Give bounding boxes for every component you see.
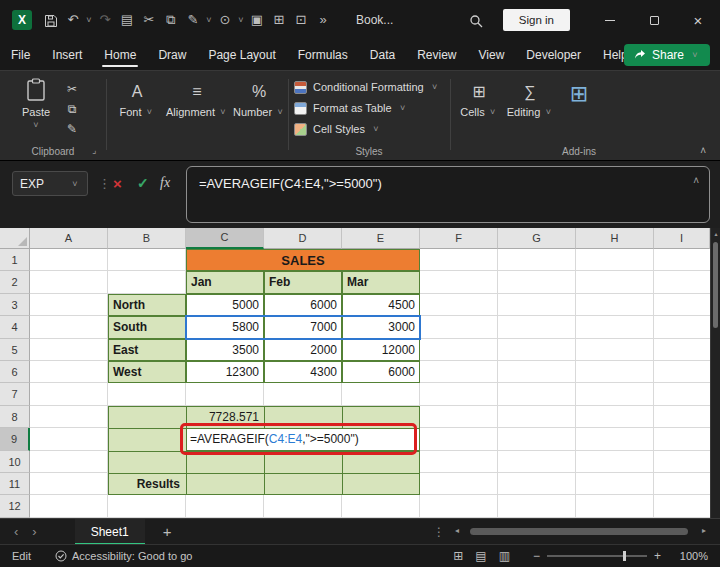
tab-view[interactable]: View (477, 40, 507, 70)
undo-icon[interactable]: ↶ (62, 0, 84, 40)
paste-chevron-icon[interactable]: ˅ (31, 120, 41, 130)
cell-e4[interactable]: 3000 (342, 316, 420, 338)
collapse-ribbon-icon[interactable]: ˄ (700, 145, 706, 156)
close-button[interactable]: × (676, 0, 720, 40)
tab-review[interactable]: Review (415, 40, 458, 70)
tab-insert[interactable]: Insert (50, 40, 84, 70)
row-header-12[interactable]: 12 (0, 495, 30, 517)
font-group-button[interactable]: A Font˅ (112, 83, 162, 118)
new-sheet-button[interactable]: + (163, 523, 172, 540)
insert-function-button[interactable]: fx (160, 175, 170, 191)
row-header-5[interactable]: 5 (0, 339, 30, 361)
cell-styles-button[interactable]: Cell Styles ˅ (294, 121, 440, 137)
cell-b3-north[interactable]: North (108, 294, 186, 316)
maximize-button[interactable] (632, 0, 676, 40)
spreadsheet[interactable]: A B C D E F G H I 1 2 3 4 5 6 7 8 9 10 1… (0, 228, 710, 518)
cell-e5[interactable]: 12000 (342, 339, 420, 361)
column-header-b[interactable]: B (108, 228, 186, 249)
cell-b4-south[interactable]: South (108, 316, 186, 338)
alignment-group-button[interactable]: ≡ Alignment˅ (164, 83, 230, 118)
tabbar-overflow-icon[interactable]: ⋮ (433, 525, 445, 539)
cell-e2-mar[interactable]: Mar (342, 271, 420, 293)
cancel-button[interactable]: × (113, 175, 122, 192)
select-all-corner[interactable] (0, 228, 30, 249)
copy-button[interactable]: ⧉ (68, 102, 77, 116)
cell-b11-results-label[interactable]: Results (108, 473, 186, 495)
formula-bar-collapse-icon[interactable]: ˄ (693, 175, 699, 186)
cell-e6[interactable]: 6000 (342, 361, 420, 383)
column-header-i[interactable]: I (654, 228, 710, 249)
tab-draw[interactable]: Draw (156, 40, 188, 70)
cell-d4[interactable]: 7000 (264, 316, 342, 338)
table-icon[interactable]: ⊞ (268, 0, 290, 40)
share-chevron-icon[interactable]: ˅ (690, 50, 700, 60)
sheet-nav-left-icon[interactable]: ‹ (14, 524, 18, 539)
cell-e3[interactable]: 4500 (342, 294, 420, 316)
cell-d6[interactable]: 4300 (264, 361, 342, 383)
tab-page-layout[interactable]: Page Layout (206, 40, 277, 70)
column-header-e[interactable]: E (342, 228, 420, 249)
vertical-scrollbar[interactable]: ▴ (710, 228, 720, 518)
column-header-g[interactable]: G (498, 228, 576, 249)
copy-icon[interactable]: ⧉ (160, 0, 182, 40)
row-header-10[interactable]: 10 (0, 451, 30, 473)
camera-icon[interactable]: ⊡ (290, 0, 312, 40)
page-layout-view-icon[interactable]: ▤ (475, 549, 486, 563)
row-header-2[interactable]: 2 (0, 271, 30, 293)
column-header-a[interactable]: A (30, 228, 108, 249)
page-break-view-icon[interactable]: ▥ (499, 549, 510, 563)
row-header-9[interactable]: 9 (0, 428, 30, 450)
redo-icon[interactable]: ↷ (94, 0, 116, 40)
excel-logo-icon[interactable]: X (12, 10, 32, 30)
hscroll-left-icon[interactable]: ◂ (455, 526, 459, 535)
column-header-h[interactable]: H (576, 228, 654, 249)
draw-chevron-icon[interactable]: ˅ (236, 15, 246, 25)
cell-c4[interactable]: 5800 (186, 316, 264, 338)
cell-sales-header[interactable]: SALES (186, 249, 420, 271)
zoom-out-button[interactable]: − (533, 549, 540, 563)
cell-c5[interactable]: 3500 (186, 339, 264, 361)
cell-c2-jan[interactable]: Jan (186, 271, 264, 293)
cell-c6[interactable]: 12300 (186, 361, 264, 383)
zoom-level[interactable]: 100% (674, 550, 708, 562)
format-painter-button[interactable]: ✎ (67, 122, 77, 136)
row-header-1[interactable]: 1 (0, 249, 30, 271)
editing-group-button[interactable]: ∑ Editing˅ (504, 83, 556, 118)
cell-d2-feb[interactable]: Feb (264, 271, 342, 293)
share-button[interactable]: Share ˅ (624, 44, 710, 66)
workbook-stats-icon[interactable]: ▤ (116, 0, 138, 40)
row-header-6[interactable]: 6 (0, 361, 30, 383)
draw-icon[interactable]: ⊙ (214, 0, 236, 40)
vertical-scroll-thumb[interactable] (713, 242, 718, 328)
cut-icon[interactable]: ✂ (138, 0, 160, 40)
cell-d3[interactable]: 6000 (264, 294, 342, 316)
enter-button[interactable]: ✓ (137, 175, 149, 191)
minimize-button[interactable] (588, 0, 632, 40)
row-header-7[interactable]: 7 (0, 383, 30, 405)
search-icon[interactable] (461, 0, 491, 40)
column-header-f[interactable]: F (420, 228, 498, 249)
toolbar-overflow-icon[interactable]: » (312, 0, 334, 40)
zoom-slider[interactable] (547, 555, 647, 557)
clipboard-dialog-launcher-icon[interactable]: ⌟ (92, 145, 96, 155)
row-header-11[interactable]: 11 (0, 473, 30, 495)
horizontal-scroll-thumb[interactable] (470, 528, 688, 535)
tab-file[interactable]: File (9, 40, 32, 70)
formula-input[interactable]: =AVERAGEIF(C4:E4,">=5000") ˄ (186, 166, 710, 223)
zoom-slider-thumb[interactable] (623, 551, 626, 561)
scroll-up-icon[interactable]: ▴ (711, 230, 720, 237)
cell-b5-east[interactable]: East (108, 339, 186, 361)
accessibility-status[interactable]: Accessibility: Good to go (55, 550, 192, 562)
tab-home[interactable]: Home (102, 40, 138, 70)
number-group-button[interactable]: % Number˅ (232, 83, 286, 118)
paste-quick-icon[interactable]: ▣ (246, 0, 268, 40)
cell-c9-editing[interactable]: =AVERAGEIF(C4:E4,">=5000") (186, 428, 420, 450)
cell-c8-average-result[interactable]: 7728.571 (186, 406, 264, 428)
cells-group-button[interactable]: ⊞ Cells˅ (456, 83, 502, 118)
tab-developer[interactable]: Developer (524, 40, 583, 70)
conditional-formatting-button[interactable]: Conditional Formatting ˅ (294, 79, 440, 95)
column-header-d[interactable]: D (264, 228, 342, 249)
name-box-chevron-icon[interactable]: ˅ (70, 179, 80, 189)
undo-chevron-icon[interactable]: ˅ (84, 15, 94, 25)
tab-formulas[interactable]: Formulas (296, 40, 350, 70)
